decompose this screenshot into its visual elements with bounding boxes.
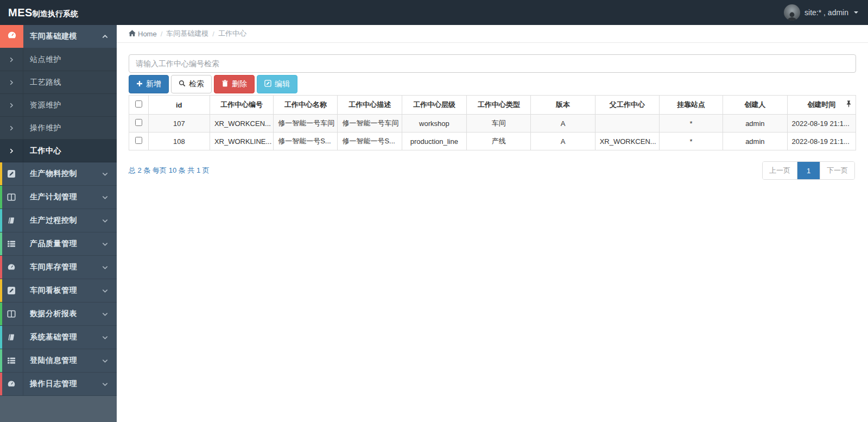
table-header-row: id 工作中心编号 工作中心名称 工作中心描述 工作中心层级 工作中心类型 版本… — [129, 96, 856, 115]
sidebar-item-label: 产品质量管理 — [23, 239, 102, 249]
app-logo: MES制造执行系统 — [0, 7, 117, 19]
pushpin-icon[interactable] — [846, 100, 851, 109]
breadcrumb-level2: 工作中心 — [218, 29, 246, 39]
chevron-down-icon — [102, 218, 117, 224]
sidebar-item-label: 操作维护 — [23, 123, 117, 133]
chevron-down-icon — [102, 241, 117, 247]
column-header-station[interactable]: 挂靠站点 — [659, 96, 723, 115]
table-row[interactable]: 107 XR_WORKCEN... 修一智能一号车间 修一智能一号车间 work… — [129, 115, 856, 133]
avatar[interactable] — [784, 4, 800, 21]
columns-icon — [0, 303, 23, 325]
sidebar-item-login-info-management[interactable]: 登陆信息管理 — [0, 349, 117, 373]
select-all-checkbox[interactable] — [135, 100, 142, 108]
column-header-type[interactable]: 工作中心类型 — [467, 96, 531, 115]
sidebar-item-label: 资源维护 — [23, 100, 117, 110]
row-checkbox[interactable] — [135, 137, 142, 144]
chevron-down-icon — [854, 11, 858, 14]
chevron-down-icon — [102, 194, 117, 200]
sidebar-item-resource-maintenance[interactable]: 资源维护 — [0, 94, 117, 117]
prev-page-button[interactable]: 上一页 — [763, 162, 797, 179]
edit-icon — [0, 162, 23, 185]
toolbar: 新增 检索 删除 编辑 — [129, 75, 856, 93]
sidebar-section-workshop-modeling[interactable]: 车间基础建模 — [0, 25, 117, 48]
breadcrumb-home[interactable]: Home — [129, 30, 157, 38]
sidebar-item-operation-maintenance[interactable]: 操作维护 — [0, 117, 117, 140]
search-icon — [179, 80, 186, 89]
table-row[interactable]: 108 XR_WORKLINE... 修一智能一号S... 修一智能一号S...… — [129, 133, 856, 150]
column-header-created-time[interactable]: 创建时间 — [787, 96, 856, 115]
sidebar-item-label: 生产物料控制 — [23, 169, 102, 179]
sidebar-item-data-analysis-report[interactable]: 数据分析报表 — [0, 303, 117, 326]
add-button[interactable]: 新增 — [129, 75, 169, 93]
book-icon — [0, 326, 23, 349]
sidebar-section-label: 车间基础建模 — [23, 32, 102, 41]
pager: 上一页 1 下一页 — [762, 161, 855, 180]
sidebar-item-system-basic-management[interactable]: 系统基础管理 — [0, 326, 117, 349]
app-logo-bold: MES — [8, 7, 33, 18]
work-center-panel: 新增 检索 删除 编辑 — [117, 43, 868, 180]
sidebar-item-label: 数据分析报表 — [23, 309, 102, 319]
column-header-level[interactable]: 工作中心层级 — [402, 96, 466, 115]
columns-icon — [0, 186, 23, 209]
sidebar-item-label: 操作日志管理 — [23, 379, 102, 389]
sidebar-item-production-process-control[interactable]: 生产过程控制 — [0, 209, 117, 232]
edit-icon — [264, 80, 271, 89]
column-header-code[interactable]: 工作中心编号 — [210, 96, 273, 115]
sidebar-item-workshop-inventory-management[interactable]: 车间库存管理 — [0, 256, 117, 279]
search-input[interactable] — [129, 54, 856, 73]
chevron-right-icon — [0, 48, 23, 71]
user-label[interactable]: site:* , admin — [804, 8, 848, 17]
page-1-button[interactable]: 1 — [797, 162, 820, 179]
sidebar-item-operation-log-management[interactable]: 操作日志管理 — [0, 373, 117, 396]
column-header-creator[interactable]: 创建人 — [723, 96, 787, 115]
column-header-parent[interactable]: 父工作中心 — [595, 96, 659, 115]
delete-button[interactable]: 删除 — [214, 75, 255, 93]
sidebar-item-workshop-board-management[interactable]: 车间看板管理 — [0, 279, 117, 303]
column-header-name[interactable]: 工作中心名称 — [274, 96, 338, 115]
main-content: Home / 车间基础建模 / 工作中心 新增 检索 删除 编辑 — [117, 25, 868, 422]
th-list-icon — [0, 232, 23, 255]
plus-icon — [136, 80, 143, 89]
sidebar-item-label: 工艺路线 — [23, 78, 117, 87]
dashboard-icon — [0, 256, 23, 279]
breadcrumb-separator: / — [212, 30, 214, 38]
sidebar-item-work-center[interactable]: 工作中心 — [0, 140, 117, 162]
breadcrumb-level1[interactable]: 车间基础建模 — [166, 29, 208, 39]
top-navbar: MES制造执行系统 site:* , admin — [0, 0, 868, 25]
chevron-down-icon — [102, 311, 117, 317]
chevron-down-icon — [102, 288, 117, 294]
pagination-summary[interactable]: 总 2 条 每页 10 条 共 1 页 — [129, 166, 210, 175]
sidebar-item-label: 生产过程控制 — [23, 216, 102, 225]
breadcrumb: Home / 车间基础建模 / 工作中心 — [117, 25, 868, 43]
sidebar-item-product-quality-management[interactable]: 产品质量管理 — [0, 232, 117, 256]
column-header-description[interactable]: 工作中心描述 — [338, 96, 402, 115]
user-menu[interactable]: site:* , admin — [784, 4, 868, 21]
chevron-right-icon — [0, 140, 23, 162]
search-button[interactable]: 检索 — [171, 75, 212, 93]
breadcrumb-separator: / — [161, 30, 163, 38]
book-icon — [0, 209, 23, 232]
edit-button[interactable]: 编辑 — [257, 75, 297, 93]
column-header-id[interactable]: id — [148, 96, 210, 115]
chevron-right-icon — [0, 94, 23, 116]
next-page-button[interactable]: 下一页 — [820, 162, 854, 179]
chevron-down-icon — [102, 358, 117, 364]
trash-icon — [221, 80, 229, 89]
chevron-down-icon — [102, 171, 117, 177]
column-header-version[interactable]: 版本 — [531, 96, 595, 115]
sidebar-item-production-plan-management[interactable]: 生产计划管理 — [0, 186, 117, 209]
sidebar-item-label: 站点维护 — [23, 55, 117, 65]
app-logo-text: 制造执行系统 — [33, 9, 78, 18]
sidebar-item-site-maintenance[interactable]: 站点维护 — [0, 48, 117, 71]
sidebar-item-process-route[interactable]: 工艺路线 — [0, 71, 117, 94]
pagination-bar: 总 2 条 每页 10 条 共 1 页 上一页 1 下一页 — [129, 161, 856, 180]
sidebar-item-production-material-control[interactable]: 生产物料控制 — [0, 162, 117, 186]
sidebar-item-label: 系统基础管理 — [23, 332, 102, 342]
dashboard-icon — [7, 30, 17, 42]
chevron-down-icon — [102, 264, 117, 270]
row-checkbox[interactable] — [135, 119, 142, 126]
chevron-right-icon — [0, 117, 23, 139]
sidebar: 车间基础建模 站点维护 工艺路线 资源维护 操作维护 工作中心 生产物料控制 生… — [0, 25, 117, 422]
sidebar-item-label: 生产计划管理 — [23, 192, 102, 202]
person-silhouette-icon — [786, 11, 798, 21]
